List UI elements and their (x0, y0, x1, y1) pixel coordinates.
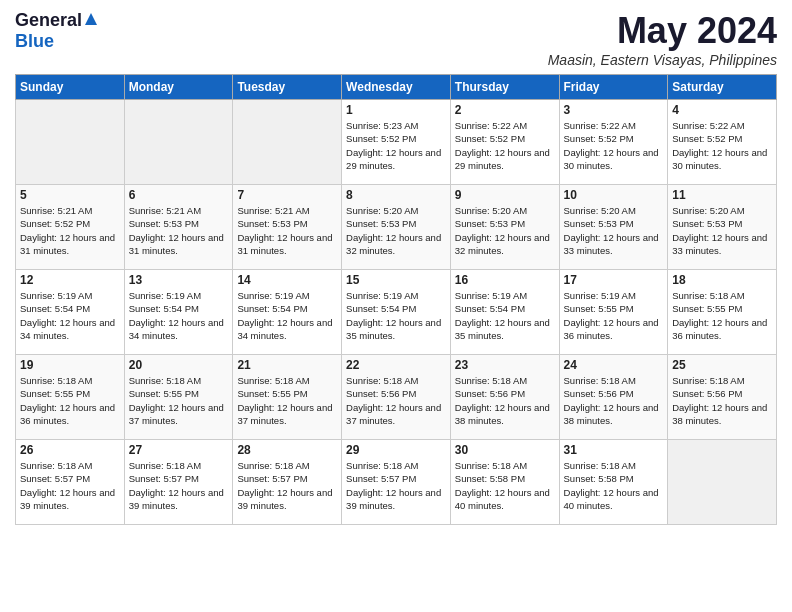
calendar-cell: 27Sunrise: 5:18 AMSunset: 5:57 PMDayligh… (124, 440, 233, 525)
calendar-cell: 17Sunrise: 5:19 AMSunset: 5:55 PMDayligh… (559, 270, 668, 355)
calendar-cell: 5Sunrise: 5:21 AMSunset: 5:52 PMDaylight… (16, 185, 125, 270)
day-number: 21 (237, 358, 337, 372)
calendar-cell (233, 100, 342, 185)
calendar-cell: 18Sunrise: 5:18 AMSunset: 5:55 PMDayligh… (668, 270, 777, 355)
day-number: 1 (346, 103, 446, 117)
calendar-cell: 13Sunrise: 5:19 AMSunset: 5:54 PMDayligh… (124, 270, 233, 355)
day-number: 9 (455, 188, 555, 202)
day-info: Sunrise: 5:19 AMSunset: 5:54 PMDaylight:… (237, 289, 337, 342)
day-number: 27 (129, 443, 229, 457)
day-number: 20 (129, 358, 229, 372)
calendar-cell: 23Sunrise: 5:18 AMSunset: 5:56 PMDayligh… (450, 355, 559, 440)
day-info: Sunrise: 5:21 AMSunset: 5:53 PMDaylight:… (129, 204, 229, 257)
location-subtitle: Maasin, Eastern Visayas, Philippines (548, 52, 777, 68)
day-number: 6 (129, 188, 229, 202)
calendar-cell: 24Sunrise: 5:18 AMSunset: 5:56 PMDayligh… (559, 355, 668, 440)
day-info: Sunrise: 5:21 AMSunset: 5:53 PMDaylight:… (237, 204, 337, 257)
day-number: 12 (20, 273, 120, 287)
calendar-cell: 16Sunrise: 5:19 AMSunset: 5:54 PMDayligh… (450, 270, 559, 355)
day-number: 17 (564, 273, 664, 287)
calendar-cell: 12Sunrise: 5:19 AMSunset: 5:54 PMDayligh… (16, 270, 125, 355)
day-info: Sunrise: 5:18 AMSunset: 5:55 PMDaylight:… (237, 374, 337, 427)
calendar-cell: 8Sunrise: 5:20 AMSunset: 5:53 PMDaylight… (342, 185, 451, 270)
day-number: 28 (237, 443, 337, 457)
day-number: 30 (455, 443, 555, 457)
day-info: Sunrise: 5:19 AMSunset: 5:54 PMDaylight:… (129, 289, 229, 342)
day-number: 15 (346, 273, 446, 287)
calendar-cell: 26Sunrise: 5:18 AMSunset: 5:57 PMDayligh… (16, 440, 125, 525)
day-number: 10 (564, 188, 664, 202)
day-info: Sunrise: 5:18 AMSunset: 5:56 PMDaylight:… (672, 374, 772, 427)
day-info: Sunrise: 5:18 AMSunset: 5:57 PMDaylight:… (129, 459, 229, 512)
logo-icon (83, 11, 99, 27)
calendar-table: SundayMondayTuesdayWednesdayThursdayFrid… (15, 74, 777, 525)
day-info: Sunrise: 5:22 AMSunset: 5:52 PMDaylight:… (564, 119, 664, 172)
day-header-saturday: Saturday (668, 75, 777, 100)
calendar-week-1: 1Sunrise: 5:23 AMSunset: 5:52 PMDaylight… (16, 100, 777, 185)
month-year-title: May 2024 (548, 10, 777, 52)
day-number: 24 (564, 358, 664, 372)
day-info: Sunrise: 5:19 AMSunset: 5:54 PMDaylight:… (455, 289, 555, 342)
day-number: 23 (455, 358, 555, 372)
day-number: 26 (20, 443, 120, 457)
day-number: 5 (20, 188, 120, 202)
calendar-cell: 28Sunrise: 5:18 AMSunset: 5:57 PMDayligh… (233, 440, 342, 525)
day-header-thursday: Thursday (450, 75, 559, 100)
day-info: Sunrise: 5:19 AMSunset: 5:54 PMDaylight:… (346, 289, 446, 342)
day-info: Sunrise: 5:18 AMSunset: 5:58 PMDaylight:… (564, 459, 664, 512)
day-number: 19 (20, 358, 120, 372)
day-info: Sunrise: 5:22 AMSunset: 5:52 PMDaylight:… (672, 119, 772, 172)
day-info: Sunrise: 5:18 AMSunset: 5:58 PMDaylight:… (455, 459, 555, 512)
logo-blue-text: Blue (15, 31, 54, 52)
calendar-cell: 9Sunrise: 5:20 AMSunset: 5:53 PMDaylight… (450, 185, 559, 270)
day-info: Sunrise: 5:18 AMSunset: 5:55 PMDaylight:… (672, 289, 772, 342)
day-info: Sunrise: 5:18 AMSunset: 5:56 PMDaylight:… (346, 374, 446, 427)
logo-general-text: General (15, 10, 82, 31)
day-info: Sunrise: 5:21 AMSunset: 5:52 PMDaylight:… (20, 204, 120, 257)
day-number: 4 (672, 103, 772, 117)
day-number: 7 (237, 188, 337, 202)
day-info: Sunrise: 5:20 AMSunset: 5:53 PMDaylight:… (564, 204, 664, 257)
calendar-cell: 25Sunrise: 5:18 AMSunset: 5:56 PMDayligh… (668, 355, 777, 440)
calendar-cell: 15Sunrise: 5:19 AMSunset: 5:54 PMDayligh… (342, 270, 451, 355)
calendar-cell (124, 100, 233, 185)
calendar-cell: 14Sunrise: 5:19 AMSunset: 5:54 PMDayligh… (233, 270, 342, 355)
day-info: Sunrise: 5:23 AMSunset: 5:52 PMDaylight:… (346, 119, 446, 172)
day-number: 16 (455, 273, 555, 287)
calendar-cell: 29Sunrise: 5:18 AMSunset: 5:57 PMDayligh… (342, 440, 451, 525)
day-info: Sunrise: 5:20 AMSunset: 5:53 PMDaylight:… (672, 204, 772, 257)
calendar-cell (16, 100, 125, 185)
day-info: Sunrise: 5:18 AMSunset: 5:57 PMDaylight:… (346, 459, 446, 512)
calendar-cell: 22Sunrise: 5:18 AMSunset: 5:56 PMDayligh… (342, 355, 451, 440)
calendar-cell: 6Sunrise: 5:21 AMSunset: 5:53 PMDaylight… (124, 185, 233, 270)
day-info: Sunrise: 5:19 AMSunset: 5:55 PMDaylight:… (564, 289, 664, 342)
day-number: 29 (346, 443, 446, 457)
day-info: Sunrise: 5:18 AMSunset: 5:56 PMDaylight:… (564, 374, 664, 427)
day-info: Sunrise: 5:18 AMSunset: 5:55 PMDaylight:… (129, 374, 229, 427)
logo: General Blue (15, 10, 99, 52)
calendar-cell: 19Sunrise: 5:18 AMSunset: 5:55 PMDayligh… (16, 355, 125, 440)
calendar-cell: 2Sunrise: 5:22 AMSunset: 5:52 PMDaylight… (450, 100, 559, 185)
day-info: Sunrise: 5:18 AMSunset: 5:55 PMDaylight:… (20, 374, 120, 427)
day-info: Sunrise: 5:20 AMSunset: 5:53 PMDaylight:… (346, 204, 446, 257)
day-info: Sunrise: 5:18 AMSunset: 5:56 PMDaylight:… (455, 374, 555, 427)
day-header-monday: Monday (124, 75, 233, 100)
calendar-week-2: 5Sunrise: 5:21 AMSunset: 5:52 PMDaylight… (16, 185, 777, 270)
svg-marker-0 (85, 13, 97, 25)
calendar-cell: 1Sunrise: 5:23 AMSunset: 5:52 PMDaylight… (342, 100, 451, 185)
calendar-cell: 31Sunrise: 5:18 AMSunset: 5:58 PMDayligh… (559, 440, 668, 525)
day-number: 11 (672, 188, 772, 202)
calendar-cell: 3Sunrise: 5:22 AMSunset: 5:52 PMDaylight… (559, 100, 668, 185)
calendar-cell: 4Sunrise: 5:22 AMSunset: 5:52 PMDaylight… (668, 100, 777, 185)
calendar-header-row: SundayMondayTuesdayWednesdayThursdayFrid… (16, 75, 777, 100)
day-info: Sunrise: 5:19 AMSunset: 5:54 PMDaylight:… (20, 289, 120, 342)
calendar-week-5: 26Sunrise: 5:18 AMSunset: 5:57 PMDayligh… (16, 440, 777, 525)
day-header-sunday: Sunday (16, 75, 125, 100)
calendar-cell: 30Sunrise: 5:18 AMSunset: 5:58 PMDayligh… (450, 440, 559, 525)
calendar-week-3: 12Sunrise: 5:19 AMSunset: 5:54 PMDayligh… (16, 270, 777, 355)
day-number: 31 (564, 443, 664, 457)
day-number: 2 (455, 103, 555, 117)
day-number: 14 (237, 273, 337, 287)
calendar-cell: 20Sunrise: 5:18 AMSunset: 5:55 PMDayligh… (124, 355, 233, 440)
day-number: 18 (672, 273, 772, 287)
